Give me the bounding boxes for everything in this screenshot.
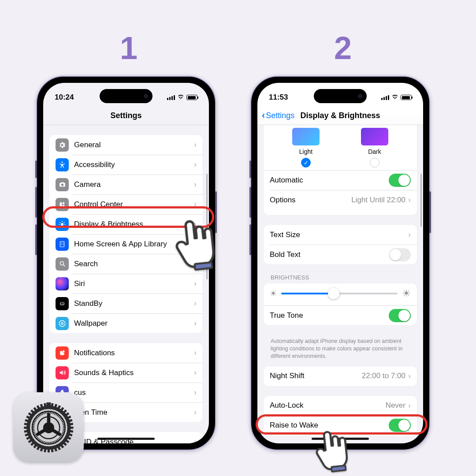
row-label: reen Time	[74, 408, 194, 417]
siri-icon	[56, 277, 69, 290]
svg-line-122	[32, 431, 34, 431]
svg-point-17	[63, 244, 63, 245]
svg-line-138	[47, 411, 47, 413]
row-label: Auto-Lock	[270, 401, 386, 410]
row-label: Options	[270, 196, 351, 205]
row-sounds[interactable]: Sounds & Haptics ›	[49, 363, 203, 383]
svg-rect-1	[60, 202, 62, 207]
appearance-light[interactable]: Light ✓	[292, 128, 320, 167]
tap-cursor-icon	[306, 424, 357, 475]
svg-point-22	[61, 322, 63, 324]
svg-rect-13	[60, 242, 64, 247]
switch-off[interactable]	[389, 248, 411, 261]
row-detail: Never	[386, 401, 405, 410]
svg-line-96	[63, 431, 65, 431]
svg-point-15	[63, 242, 63, 243]
svg-rect-27	[195, 262, 212, 270]
wifi-icon	[391, 95, 398, 100]
row-general[interactable]: General ›	[49, 135, 203, 155]
nav-header: ‹ Settings Display & Brightness	[257, 107, 423, 125]
row-label: Sounds & Haptics	[74, 368, 194, 377]
row-notifications[interactable]: Notifications ›	[49, 343, 203, 363]
cellular-icon	[381, 95, 389, 100]
phone-frame-2: 11:53 ‹ Settings Display & Brightness	[250, 76, 430, 450]
svg-line-11	[60, 226, 61, 227]
row-label: Automatic	[270, 176, 389, 185]
svg-line-81	[52, 411, 52, 413]
standby-icon: 9:41	[56, 297, 69, 310]
row-label: Siri	[74, 279, 194, 288]
svg-line-92	[63, 424, 65, 424]
row-label: Text Size	[270, 231, 408, 239]
svg-rect-2	[63, 202, 65, 204]
notifications-icon	[56, 346, 69, 360]
back-button[interactable]: ‹ Settings	[262, 111, 294, 121]
svg-line-80	[50, 411, 50, 413]
camera-icon	[56, 178, 69, 191]
step-number-1: 1	[120, 30, 138, 66]
svg-text:9:41: 9:41	[60, 302, 64, 305]
row-control-center[interactable]: Control Center ›	[49, 194, 203, 214]
chevron-right-icon: ›	[194, 368, 197, 377]
light-thumbnail	[292, 128, 320, 145]
svg-line-125	[32, 426, 34, 426]
scroll-indicator[interactable]	[420, 174, 422, 227]
svg-rect-3	[63, 205, 65, 207]
row-bold-text[interactable]: Bold Text	[264, 245, 417, 264]
row-standby[interactable]: 9:41 StandBy ›	[49, 294, 203, 313]
chevron-right-icon: ›	[194, 200, 197, 209]
row-detail: Light Until 22:00	[351, 196, 405, 205]
chevron-right-icon: ›	[194, 180, 197, 189]
appearance-label: Dark	[361, 148, 388, 155]
chevron-right-icon: ›	[408, 372, 411, 381]
row-label: Accessibility	[74, 160, 194, 169]
switch-on[interactable]	[389, 309, 411, 322]
home-screen-icon	[56, 238, 69, 251]
status-time: 10:24	[55, 93, 74, 102]
wifi-icon	[177, 95, 184, 100]
sun-small-icon: ☀︎	[270, 289, 277, 298]
nav-title: Display & Brightness	[300, 111, 380, 120]
brightness-slider[interactable]	[281, 293, 398, 294]
home-indicator[interactable]	[97, 438, 155, 440]
tap-cursor-icon	[164, 212, 227, 275]
chevron-right-icon: ›	[408, 230, 411, 239]
row-label: General	[74, 141, 194, 149]
chevron-right-icon: ›	[408, 401, 411, 410]
row-text-size[interactable]: Text Size ›	[264, 225, 417, 245]
accessibility-icon	[56, 158, 69, 171]
svg-line-9	[60, 222, 61, 223]
cellular-icon	[167, 95, 175, 100]
radio-unchecked-icon[interactable]	[370, 158, 379, 167]
svg-rect-28	[331, 465, 346, 472]
radio-checked-icon[interactable]: ✓	[301, 158, 311, 167]
step-number-2: 2	[334, 30, 352, 66]
row-automatic[interactable]: Automatic	[264, 170, 417, 190]
brightness-icon	[56, 218, 69, 231]
row-auto-lock[interactable]: Auto-Lock Never ›	[264, 396, 417, 416]
row-wallpaper[interactable]: Wallpaper ›	[49, 313, 203, 333]
nav-header: Settings	[43, 107, 209, 125]
svg-line-93	[63, 426, 65, 426]
section-header-brightness: BRIGHTNESS	[264, 274, 417, 283]
row-detail: 22:00 to 7:00	[362, 372, 405, 380]
row-siri[interactable]: Siri ›	[49, 274, 203, 294]
switch-on[interactable]	[389, 174, 411, 187]
row-camera[interactable]: Camera ›	[49, 175, 203, 194]
row-night-shift[interactable]: Night Shift 22:00 to 7:00 ›	[264, 366, 417, 386]
switch-on[interactable]	[389, 419, 411, 432]
row-label: Night Shift	[270, 372, 362, 380]
chevron-right-icon: ›	[194, 388, 197, 397]
chevron-right-icon: ›	[194, 279, 197, 288]
appearance-dark[interactable]: Dark	[361, 128, 388, 167]
appearance-label: Light	[292, 148, 320, 155]
svg-line-123	[32, 429, 34, 429]
battery-icon	[186, 95, 197, 100]
row-options[interactable]: Options Light Until 22:00 ›	[264, 190, 417, 210]
row-true-tone[interactable]: True Tone	[264, 305, 417, 325]
svg-line-108	[50, 442, 50, 444]
row-accessibility[interactable]: Accessibility ›	[49, 155, 203, 175]
svg-line-111	[45, 442, 45, 444]
svg-point-16	[61, 244, 62, 245]
control-center-icon	[56, 198, 69, 211]
